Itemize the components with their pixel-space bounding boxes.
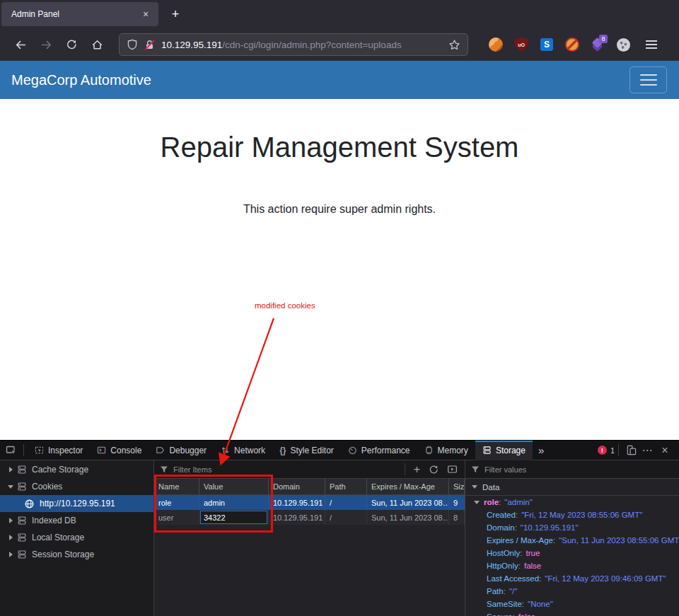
sidebar-item-local-storage[interactable]: Local Storage [0,529,153,546]
s-extension-icon[interactable]: S [539,37,555,52]
sidebar-item-host[interactable]: http://10.129.95.191 [0,495,153,512]
browser-chrome: Admin Panel × + 10.129.95.191/cdn-cgi/lo… [0,0,679,61]
layers-extension-icon[interactable]: 8 [590,37,605,52]
expand-arrow-icon[interactable] [6,552,16,557]
s-letter-icon: S [540,38,553,51]
extension-badge: 8 [599,35,608,43]
sidebar-item-label: Cookies [32,482,62,492]
devtools-toolbar: Inspector Console Debugger Network {} St… [0,441,679,460]
tab-console[interactable]: Console [90,441,149,460]
tab-network[interactable]: Network [214,441,272,460]
layers-icon: 8 [590,37,605,52]
add-item-button[interactable]: + [414,464,420,475]
back-icon [15,39,27,51]
tab-storage[interactable]: Storage [475,441,533,460]
column-header-size[interactable]: Size [449,479,465,495]
sidebar-item-cookies[interactable]: Cookies [0,478,153,495]
reload-button[interactable] [61,34,82,55]
table-empty-area [154,525,465,616]
tab-label: Storage [496,446,526,455]
url-domain: 10.129.95.191 [161,40,222,50]
home-icon [91,39,103,51]
prop-httponly: HttpOnly:false [465,559,679,572]
cookie-value: "admin" [504,498,533,506]
tab-label: Inspector [48,446,83,455]
expand-arrow-icon[interactable] [6,518,16,523]
network-icon [221,446,230,455]
sidebar-item-cache-storage[interactable]: Cache Storage [0,461,153,478]
collapse-arrow-icon[interactable] [6,485,16,489]
devtools-menu-button[interactable]: ··· [639,442,656,459]
error-badge[interactable]: ! 1 [598,446,615,455]
storage-type-icon [17,482,27,492]
sidebar-item-indexed-db[interactable]: Indexed DB [0,512,153,529]
cookie-root-row[interactable]: role:"admin" [465,496,679,509]
tab-title: Admin Panel [11,9,139,19]
navbar-toggler-button[interactable] [629,66,667,93]
blocker-extension-icon[interactable] [564,37,580,52]
data-section-header[interactable]: Data [465,479,679,496]
cookie-extension-icon[interactable] [615,37,631,52]
browser-tab[interactable]: Admin Panel × [1,2,158,26]
variables-view-button[interactable] [447,464,458,475]
performance-icon [348,446,357,455]
column-header-path[interactable]: Path [325,479,367,495]
cell-expires: Sun, 11 Jun 2023 08… [367,510,449,525]
pick-element-button[interactable] [3,442,20,459]
browser-menu-button[interactable] [641,34,662,55]
new-tab-button[interactable]: + [166,4,185,24]
tab-inspector[interactable]: Inspector [28,441,90,460]
fox-icon [489,37,503,52]
shield-icon[interactable] [127,39,138,50]
pick-element-icon [6,445,17,456]
tab-close-icon[interactable]: × [139,7,153,21]
column-header-domain[interactable]: Domain [269,479,325,495]
tab-label: Style Editor [290,446,333,455]
prop-path: Path:"/" [465,585,679,598]
brand-link[interactable]: MegaCorp Automotive [11,72,151,88]
error-icon: ! [598,446,607,455]
responsive-mode-button[interactable] [622,442,639,459]
tab-label: Performance [361,446,410,455]
storage-type-icon [17,533,27,542]
forward-button[interactable] [35,34,57,55]
ublock-extension-icon[interactable]: uO [513,37,529,52]
filter-icon [160,465,168,474]
expand-arrow-icon[interactable] [6,467,16,472]
bookmark-star-icon[interactable] [448,39,460,51]
prop-expires: Expires / Max-Age:"Sun, 11 Jun 2023 08:5… [465,534,679,547]
devtools-body: Cache Storage Cookies http://10.129.95.1… [0,460,679,616]
insecure-lock-icon[interactable] [144,39,156,51]
devtools-close-button[interactable]: × [656,442,673,459]
cell-path: / [325,495,367,510]
back-button[interactable] [10,34,31,55]
filter-items-input[interactable] [173,465,396,474]
more-tabs-button[interactable]: » [533,444,550,456]
hamburger-icon [640,74,657,76]
sidebar-item-session-storage[interactable]: Session Storage [0,546,153,563]
no-sign-icon [565,37,579,52]
tab-label: Console [110,446,141,455]
data-section-title: Data [482,483,499,492]
foxyproxy-extension-icon[interactable] [488,37,504,52]
storage-type-icon [17,516,27,525]
globe-icon [24,499,35,509]
collapse-arrow-icon[interactable] [472,501,482,504]
tab-performance[interactable]: Performance [341,441,417,460]
tab-debugger[interactable]: Debugger [149,441,214,460]
cell-domain: 10.129.95.191 [269,495,325,510]
home-button[interactable] [86,34,108,55]
cell-domain: 10.129.95.191 [269,510,325,525]
expand-arrow-icon[interactable] [6,535,16,540]
url-bar[interactable]: 10.129.95.191/cdn-cgi/login/admin.php?co… [119,33,468,56]
cell-size: 9 [449,495,465,510]
tab-style-editor[interactable]: {} Style Editor [272,441,341,460]
cookie-icon [617,38,630,52]
tab-memory[interactable]: Memory [417,441,475,460]
filter-values-input[interactable] [484,465,673,474]
refresh-items-button[interactable] [429,465,439,475]
meatballs-icon: ··· [643,446,654,455]
column-header-expires[interactable]: Expires / Max-Age [367,479,449,495]
site-navbar: MegaCorp Automotive [0,61,679,99]
url-path: /cdn-cgi/login/admin.php?content=uploads [222,40,401,50]
